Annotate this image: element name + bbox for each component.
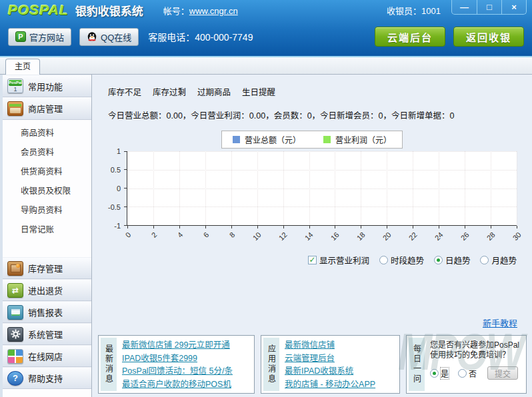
cashier-label: 收银员： — [387, 6, 421, 16]
x-tick-label-text: 22 — [407, 230, 418, 242]
window-controls: — □ × — [451, 0, 527, 15]
qq-online-button[interactable]: QQ在线 — [79, 28, 139, 46]
inventory-box-icon — [7, 261, 23, 276]
h-gridline — [127, 170, 517, 171]
qq-online-label: QQ在线 — [101, 31, 131, 43]
legend-swatch-revenue — [233, 136, 240, 143]
news-link[interactable]: 云端管理后台 — [285, 352, 397, 366]
y-tick-label: 1 — [117, 147, 121, 155]
radio-circle — [458, 369, 467, 378]
v-gridline — [257, 151, 258, 225]
common-functions-icon — [7, 79, 23, 93]
news-link[interactable]: 我的店铺 - 移动办公APP — [285, 378, 397, 392]
sidebar: 常用功能 商店管理 商品资料 会员资料 供货商资料 收银员及权限 导购员资料 日… — [3, 75, 92, 397]
pospal-p-icon: P — [15, 31, 26, 42]
sidebar-group-label: 库存管理 — [28, 262, 63, 274]
cloud-backend-button[interactable]: 云端后台 — [375, 27, 445, 47]
daily-question-text: 您是否有兴趣参加PosPal使用技巧的免费培训？ — [430, 340, 523, 360]
sidebar-group-label: 销售报表 — [28, 306, 63, 318]
sidebar-item-inventory-management[interactable]: 库存管理 — [3, 257, 91, 279]
content: 常用功能 商店管理 商品资料 会员资料 供货商资料 收银员及权限 导购员资料 日… — [0, 75, 532, 397]
x-tick-label-text: 16 — [329, 230, 340, 242]
online-store-icon — [7, 349, 23, 364]
alert-expired-goods[interactable]: 过期商品 — [197, 85, 231, 98]
radio-label: 否 — [469, 368, 477, 379]
tab-home[interactable]: 主页 — [5, 59, 40, 75]
sidebar-item-online-store[interactable]: 在线网店 — [3, 345, 91, 367]
chart-plot-area — [127, 151, 517, 226]
v-gridline — [179, 151, 180, 225]
alert-low-stock[interactable]: 库存不足 — [108, 85, 141, 98]
back-to-cashier-button[interactable]: 返回收银 — [453, 27, 524, 47]
radio-daily-trend[interactable]: 日趋势 — [434, 254, 471, 266]
minimize-icon[interactable]: — — [452, 0, 477, 14]
sidebar-item-common-functions[interactable]: 常用功能 — [3, 75, 91, 97]
tutorial-link[interactable]: 新手教程 — [483, 316, 517, 329]
app-messages-box: 应用消息 最新微信店铺 云端管理后台 最新IPAD收银系统 我的店铺 - 移动办… — [261, 335, 400, 394]
store-icon — [7, 101, 23, 116]
news-link[interactable]: 最新微信店铺 — [285, 339, 397, 352]
news-link[interactable]: PosPal回馈活动：短信 5分/条 — [122, 365, 252, 378]
submit-button[interactable]: 提交 — [487, 366, 518, 380]
alert-birthday-reminder[interactable]: 生日提醒 — [242, 85, 275, 98]
chart-x-axis: 024681012141618202224262830 — [127, 226, 517, 248]
sidebar-item-in-out-returns[interactable]: 进出退货 — [3, 279, 91, 301]
cashier-id: 1001 — [421, 6, 441, 16]
v-gridline — [283, 151, 284, 225]
chart-controls: ✓ 显示营业利润 时段趋势 日趋势 月趋势 — [99, 254, 517, 266]
account-label: 帐号：www.cngr.cn — [163, 4, 238, 17]
x-tick-label-text: 8 — [228, 230, 237, 239]
account-label-text: 帐号： — [163, 6, 189, 16]
radio-circle — [430, 369, 439, 378]
news-link[interactable]: IPAD收银5件套2999 — [122, 352, 252, 366]
official-site-button[interactable]: P 官方网站 — [8, 28, 71, 46]
account-link[interactable]: www.cngr.cn — [189, 6, 238, 16]
app-messages-links: 最新微信店铺 云端管理后台 最新IPAD收银系统 我的店铺 - 移动办公APP — [279, 338, 397, 391]
sidebar-item-daily-bookkeeping[interactable]: 日常记账 — [3, 220, 91, 240]
show-profit-checkbox[interactable]: ✓ 显示营业利润 — [308, 254, 369, 266]
sidebar-item-member-info[interactable]: 会员资料 — [3, 143, 91, 163]
news-link[interactable]: 最适合商户收款的移动POS机 — [122, 378, 252, 392]
tab-bar: 主页 — [0, 57, 532, 75]
chart-legend: 营业总额（元） 营业利润（元） — [221, 131, 403, 149]
close-icon[interactable]: × — [501, 0, 526, 14]
chart: 10.50-0.5-1 — [99, 151, 517, 226]
checkbox-label: 显示营业利润 — [319, 254, 369, 266]
h-gridline — [127, 189, 517, 189]
maximize-icon[interactable]: □ — [477, 0, 501, 14]
sidebar-item-sales-reports[interactable]: 销售报表 — [3, 301, 91, 323]
sidebar-item-help-support[interactable]: 帮助支持 — [3, 367, 91, 389]
h-gridline — [127, 206, 517, 207]
x-tick-label-text: 18 — [355, 230, 366, 242]
sidebar-item-supplier-info[interactable]: 供货商资料 — [3, 163, 91, 182]
sidebar-group-label: 系统管理 — [28, 328, 63, 340]
x-tick-label-text: 26 — [459, 230, 470, 242]
latest-news-title: 最新消息 — [101, 338, 117, 391]
official-site-label: 官方网站 — [29, 31, 64, 43]
radio-period-trend[interactable]: 时段趋势 — [379, 254, 424, 266]
news-link[interactable]: 最新微信店铺 299元立即开通 — [122, 339, 252, 352]
radio-label: 时段趋势 — [391, 254, 424, 266]
v-gridline — [361, 151, 361, 225]
v-gridline — [335, 151, 335, 225]
y-tick-label: 0.5 — [111, 166, 121, 174]
x-tick-label-text: 2 — [150, 230, 159, 239]
sidebar-item-cashier-permissions[interactable]: 收银员及权限 — [3, 182, 91, 201]
radio-yes[interactable]: 是 — [430, 368, 449, 379]
x-tick-label-text: 30 — [511, 230, 522, 242]
sidebar-group-label: 在线网店 — [28, 350, 63, 362]
sidebar-item-system-management[interactable]: 系统管理 — [3, 323, 91, 345]
radio-circle — [434, 256, 443, 264]
radio-no[interactable]: 否 — [458, 368, 477, 379]
alert-overstock[interactable]: 库存过剩 — [153, 85, 186, 98]
sidebar-item-store-management[interactable]: 商店管理 — [3, 97, 91, 120]
legend-item-profit: 营业利润（元） — [323, 134, 391, 145]
qq-penguin-icon — [87, 31, 97, 42]
radio-monthly-trend[interactable]: 月趋势 — [480, 254, 517, 266]
radio-circle — [379, 256, 388, 264]
radio-circle — [480, 256, 489, 264]
main-panel: 库存不足 库存过剩 过期商品 生日提醒 今日营业总额：0.00，今日营业利润：0… — [92, 75, 532, 397]
sidebar-item-product-info[interactable]: 商品资料 — [3, 124, 91, 143]
sidebar-item-guide-info[interactable]: 导购员资料 — [3, 201, 91, 220]
news-link[interactable]: 最新IPAD收银系统 — [285, 365, 397, 378]
